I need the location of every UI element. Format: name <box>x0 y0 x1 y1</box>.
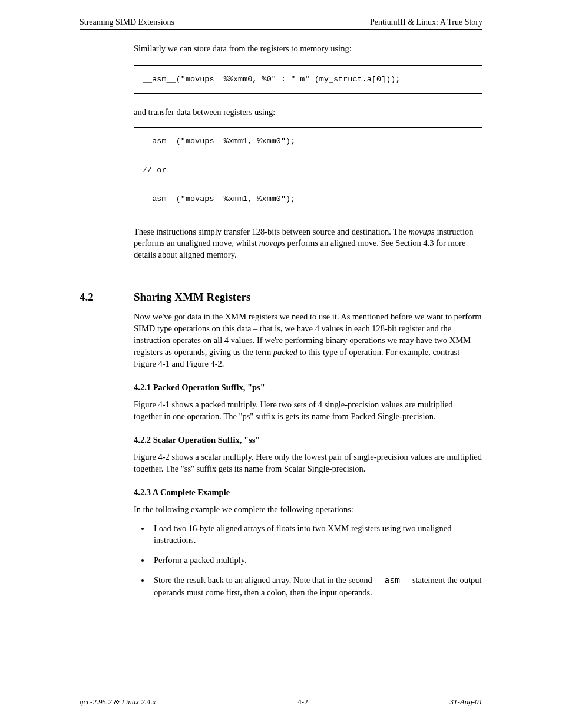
body-paragraph-1: Now we've got data in the XMM registers … <box>134 311 482 370</box>
outro-paragraph: These instructions simply transfer 128-b… <box>134 226 482 261</box>
body-paragraph-2: Figure 4-1 shows a packed multiply. Here… <box>134 398 482 422</box>
code-block-2: __asm__("movups %xmm1, %xmm0"); // or __… <box>134 127 482 213</box>
list-item: Load two 16-byte aligned arrays of float… <box>150 522 482 546</box>
header-divider <box>80 29 482 30</box>
list-item: Store the result back to an aligned arra… <box>150 574 482 598</box>
page-footer: gcc-2.95.2 & Linux 2.4.x 4-2 31-Aug-01 <box>80 697 482 707</box>
code-block-1: __asm__("movups %%xmm0, %0" : "=m" (my_s… <box>134 65 482 94</box>
header-left: Streaming SIMD Extensions <box>80 18 174 27</box>
body-paragraph-3: Figure 4-2 shows a scalar multiply. Here… <box>134 451 482 475</box>
inter-paragraph: and transfer data between registers usin… <box>134 107 482 118</box>
section-heading: 4.2 Sharing XMM Registers <box>80 291 482 304</box>
subsection-4-2-1: 4.2.1 Packed Operation Suffix, "ps" <box>134 383 482 393</box>
lead-paragraph: Similarly we can store data from the reg… <box>134 43 482 55</box>
footer-page-number: 4-2 <box>297 697 308 707</box>
section-title: Sharing XMM Registers <box>134 291 250 304</box>
bullet-list: Load two 16-byte aligned arrays of float… <box>134 522 482 598</box>
subsection-4-2-2: 4.2.2 Scalar Operation Suffix, "ss" <box>134 435 482 445</box>
section-number: 4.2 <box>80 291 134 304</box>
footer-left: gcc-2.95.2 & Linux 2.4.x <box>80 697 156 707</box>
header-right: PentiumIII & Linux: A True Story <box>370 18 482 27</box>
list-item: Perform a packed multiply. <box>150 554 482 566</box>
body-paragraph-4: In the following example we complete the… <box>134 503 482 515</box>
footer-right: 31-Aug-01 <box>449 697 482 707</box>
subsection-4-2-3: 4.2.3 A Complete Example <box>134 487 482 498</box>
